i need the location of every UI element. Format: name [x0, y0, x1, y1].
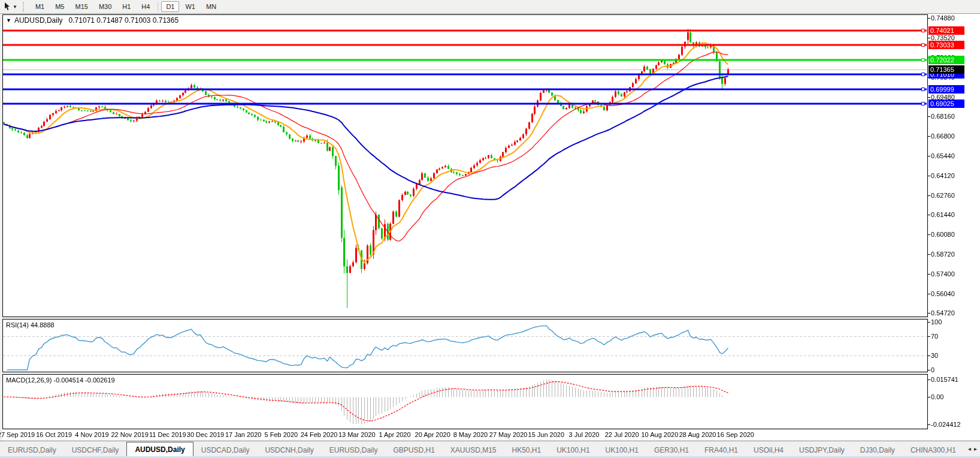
rsi-indicator-pane[interactable] — [2, 319, 928, 372]
time-axis-label: 16 Sep 2020 — [717, 431, 754, 438]
time-axis-label: 27 Sep 2019 — [0, 431, 35, 438]
tab-UK100-H1[interactable]: UK100,H1 — [598, 444, 646, 457]
timeframe-button-D1[interactable]: D1 — [161, 1, 179, 12]
timeframe-group: M1M5M15M30H1H4D1W1MN — [30, 1, 222, 12]
hline-price-tag: 0.74021 — [928, 26, 964, 35]
price-axis-tick: 0.66800 — [931, 132, 955, 140]
timeframe-button-H4[interactable]: H4 — [137, 1, 155, 12]
cursor-tool-dropdown-caret[interactable]: ▼ — [13, 4, 17, 10]
macd-label: MACD(12,26,9) -0.004514 -0.002619 — [6, 376, 115, 384]
chart-ohlc-values: 0.71071 0.71487 0.71003 0.71365 — [69, 16, 179, 25]
price-axis-tick: 0.64120 — [931, 172, 955, 179]
price-axis-tick: 0.62760 — [931, 192, 955, 199]
chart-menu-triangle-icon[interactable]: ▼ — [6, 17, 11, 23]
time-axis-label: 10 Aug 2020 — [641, 431, 678, 438]
tab-FRA40-H1[interactable]: FRA40,H1 — [697, 444, 746, 457]
time-axis-label: 20 Apr 2020 — [415, 431, 450, 438]
rsi-axis-tick: 70 — [931, 333, 938, 340]
time-axis-label: 16 Oct 2019 — [36, 431, 72, 438]
timeframe-button-W1[interactable]: W1 — [180, 1, 200, 12]
macd-axis-tick: 0.015741 — [931, 376, 958, 383]
tab-USOil-H4[interactable]: USOil,H4 — [746, 444, 791, 457]
tab-GBPUSD-H1[interactable]: GBPUSD,H1 — [385, 444, 442, 457]
price-axis-tick: 0.61440 — [931, 211, 955, 218]
time-axis-label: 5 Feb 2020 — [265, 431, 298, 438]
macd-axis-tick: 0.00 — [931, 393, 943, 400]
time-axis-label: 22 Nov 2019 — [111, 431, 148, 438]
time-axis-label: 4 Nov 2019 — [75, 431, 108, 438]
price-axis-tick: 0.57400 — [931, 270, 955, 278]
rsi-label: RSI(14) 44.8888 — [6, 321, 55, 329]
tab-XAUUSD-M15[interactable]: XAUUSD,M15 — [443, 444, 504, 457]
time-axis-label: 30 Dec 2019 — [187, 431, 224, 438]
time-axis-label: 27 May 2020 — [489, 431, 528, 438]
hline-price-tag: 0.72022 — [928, 56, 964, 64]
time-axis-label: 11 Dec 2019 — [149, 431, 186, 438]
rsi-axis-tick: 30 — [931, 352, 938, 359]
price-axis-tick: 0.65440 — [931, 152, 955, 159]
hline-price-tag: 0.73033 — [928, 41, 964, 49]
tab-USDCAD-Daily[interactable]: USDCAD,Daily — [193, 444, 258, 457]
tab-scroll-arrows: ◂ ▸ — [960, 441, 980, 456]
rsi-axis-tick: 0 — [931, 366, 934, 373]
time-axis-label: 1 Apr 2020 — [379, 431, 410, 438]
current-price-tag: 0.71365 — [928, 65, 964, 74]
macd-indicator-pane[interactable] — [2, 374, 928, 429]
chart-tab-bar: EURUSD,DailyUSDCHF,DailyAUDUSD,DailyUSDC… — [0, 441, 980, 457]
tab-AUDUSD-Daily[interactable]: AUDUSD,Daily — [126, 442, 193, 457]
hline-price-tag: 0.69999 — [928, 85, 964, 94]
tab-EURUSD-Daily[interactable]: EURUSD,Daily — [0, 444, 64, 457]
toolbar-grip — [23, 2, 26, 11]
hline-price-tag: 0.69025 — [928, 100, 964, 108]
toolbar-separator — [158, 2, 158, 11]
time-axis-label: 3 Jul 2020 — [569, 431, 600, 438]
price-axis-tick: 0.54720 — [931, 309, 955, 317]
timeframe-button-H1[interactable]: H1 — [117, 1, 135, 12]
price-axis-tick: 0.60080 — [931, 231, 955, 238]
time-axis-label: 13 Mar 2020 — [338, 431, 376, 438]
tab-HK50-H1[interactable]: HK50,H1 — [504, 444, 549, 457]
top-toolbar: ▼ M1M5M15M30H1H4D1W1MN — [0, 0, 980, 14]
tab-scroll-left-icon[interactable]: ◂ — [968, 445, 971, 452]
time-axis-label: 28 Aug 2020 — [679, 431, 716, 438]
tab-GER30-H1[interactable]: GER30,H1 — [646, 444, 697, 457]
timeframe-button-M1[interactable]: M1 — [31, 1, 49, 12]
time-axis-label: 17 Jan 2020 — [225, 431, 262, 438]
macd-axis-tick: -0.024412 — [931, 421, 961, 428]
chart-symbol-label: AUDUSD,Daily — [14, 16, 63, 25]
tab-USDCHF-Daily[interactable]: USDCHF,Daily — [64, 444, 127, 457]
chart-title-bar: ▼ AUDUSD,Daily 0.71071 0.71487 0.71003 0… — [6, 16, 179, 25]
time-axis-label: 24 Feb 2020 — [301, 431, 338, 438]
time-axis-label: 22 Jul 2020 — [605, 431, 639, 438]
time-axis-label: 8 May 2020 — [453, 431, 488, 438]
rsi-axis-tick: 100 — [931, 318, 942, 326]
timeframe-button-M15[interactable]: M15 — [70, 1, 92, 12]
tab-DJ30-Daily[interactable]: DJ30,Daily — [852, 444, 903, 457]
time-axis-label: 15 Jun 2020 — [528, 431, 565, 438]
cursor-tool-icon[interactable] — [2, 2, 12, 11]
tab-CHINA300-H1[interactable]: CHINA300,H1 — [903, 444, 964, 457]
tab-USDJPY-Daily[interactable]: USDJPY,Daily — [791, 444, 852, 457]
tab-UK100-H1[interactable]: UK100,H1 — [549, 444, 597, 457]
timeframe-button-M30[interactable]: M30 — [94, 1, 116, 12]
price-axis-tick: 0.56040 — [931, 290, 955, 297]
price-axis-tick: 0.58720 — [931, 251, 955, 258]
tab-EURUSD-Daily[interactable]: EURUSD,Daily — [322, 444, 386, 457]
price-axis-tick: 0.68160 — [931, 113, 955, 120]
price-chart-pane[interactable] — [2, 14, 928, 317]
timeframe-button-M5[interactable]: M5 — [50, 1, 69, 12]
tab-scroll-right-icon[interactable]: ▸ — [974, 445, 977, 452]
timeframe-button-MN[interactable]: MN — [201, 1, 221, 12]
tab-USDCNH-Daily[interactable]: USDCNH,Daily — [257, 444, 321, 457]
price-axis-tick: 0.74880 — [931, 14, 955, 22]
